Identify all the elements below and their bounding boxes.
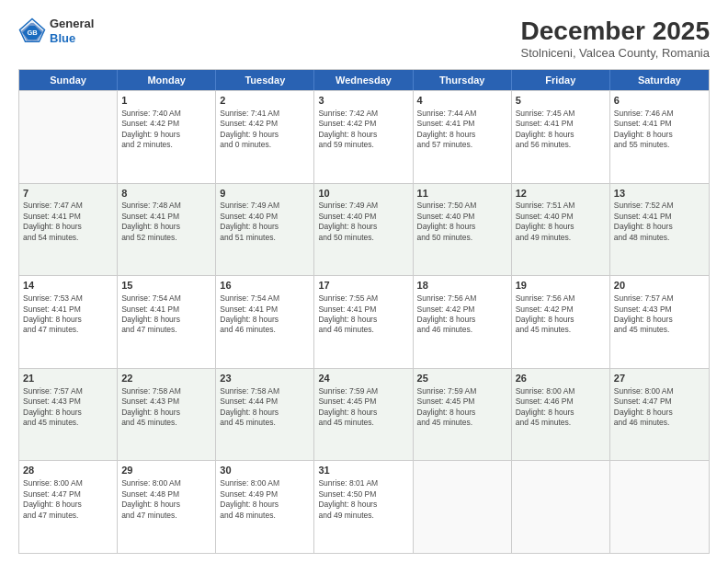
calendar-cell — [19, 91, 118, 183]
day-info: Sunrise: 7:48 AM Sunset: 4:41 PM Dayligh… — [121, 201, 211, 243]
day-number: 6 — [614, 94, 705, 108]
day-number: 27 — [614, 372, 705, 385]
calendar-cell: 30Sunrise: 8:00 AM Sunset: 4:49 PM Dayli… — [216, 461, 314, 553]
header-day-monday: Monday — [118, 70, 216, 90]
calendar-cell: 22Sunrise: 7:58 AM Sunset: 4:43 PM Dayli… — [118, 369, 216, 461]
day-number: 29 — [121, 464, 211, 477]
day-info: Sunrise: 8:00 AM Sunset: 4:47 PM Dayligh… — [614, 386, 705, 429]
day-number: 24 — [318, 372, 408, 385]
day-number: 1 — [121, 94, 211, 108]
calendar-cell: 16Sunrise: 7:54 AM Sunset: 4:41 PM Dayli… — [216, 276, 314, 368]
day-info: Sunrise: 7:54 AM Sunset: 4:41 PM Dayligh… — [220, 293, 310, 336]
day-number: 11 — [417, 187, 507, 201]
day-info: Sunrise: 7:58 AM Sunset: 4:43 PM Dayligh… — [121, 386, 211, 429]
day-info: Sunrise: 7:50 AM Sunset: 4:40 PM Dayligh… — [417, 201, 507, 243]
calendar-cell: 15Sunrise: 7:54 AM Sunset: 4:41 PM Dayli… — [118, 276, 216, 368]
calendar-cell: 26Sunrise: 8:00 AM Sunset: 4:46 PM Dayli… — [512, 369, 610, 461]
calendar-cell — [512, 461, 610, 553]
header-day-thursday: Thursday — [414, 70, 512, 90]
calendar-cell: 27Sunrise: 8:00 AM Sunset: 4:47 PM Dayli… — [610, 369, 709, 461]
svg-text:GB: GB — [27, 28, 38, 36]
header-day-saturday: Saturday — [610, 70, 709, 90]
calendar-cell: 11Sunrise: 7:50 AM Sunset: 4:40 PM Dayli… — [414, 184, 512, 276]
calendar-cell: 9Sunrise: 7:49 AM Sunset: 4:40 PM Daylig… — [216, 184, 314, 276]
day-number: 21 — [23, 372, 113, 385]
day-info: Sunrise: 8:00 AM Sunset: 4:49 PM Dayligh… — [220, 478, 310, 521]
day-info: Sunrise: 7:55 AM Sunset: 4:41 PM Dayligh… — [318, 293, 408, 336]
day-number: 15 — [121, 279, 211, 293]
calendar-cell: 12Sunrise: 7:51 AM Sunset: 4:40 PM Dayli… — [512, 184, 610, 276]
day-info: Sunrise: 7:57 AM Sunset: 4:43 PM Dayligh… — [23, 386, 113, 429]
day-info: Sunrise: 7:59 AM Sunset: 4:45 PM Dayligh… — [318, 386, 408, 429]
day-info: Sunrise: 8:01 AM Sunset: 4:50 PM Dayligh… — [318, 478, 408, 521]
day-info: Sunrise: 7:53 AM Sunset: 4:41 PM Dayligh… — [23, 293, 113, 336]
calendar-cell: 1Sunrise: 7:40 AM Sunset: 4:42 PM Daylig… — [118, 91, 216, 183]
calendar-cell: 25Sunrise: 7:59 AM Sunset: 4:45 PM Dayli… — [414, 369, 512, 461]
calendar-cell: 19Sunrise: 7:56 AM Sunset: 4:42 PM Dayli… — [512, 276, 610, 368]
day-number: 26 — [516, 372, 606, 385]
calendar-cell: 18Sunrise: 7:56 AM Sunset: 4:42 PM Dayli… — [414, 276, 512, 368]
day-info: Sunrise: 7:49 AM Sunset: 4:40 PM Dayligh… — [318, 201, 408, 243]
day-number: 18 — [417, 279, 507, 293]
day-number: 9 — [220, 187, 310, 201]
calendar-cell: 17Sunrise: 7:55 AM Sunset: 4:41 PM Dayli… — [314, 276, 413, 368]
month-title: December 2025 — [521, 17, 710, 46]
day-number: 13 — [614, 187, 705, 201]
day-number: 30 — [220, 464, 310, 477]
calendar-cell: 13Sunrise: 7:52 AM Sunset: 4:41 PM Dayli… — [610, 184, 709, 276]
calendar-cell: 29Sunrise: 8:00 AM Sunset: 4:48 PM Dayli… — [118, 461, 216, 553]
calendar-cell: 28Sunrise: 8:00 AM Sunset: 4:47 PM Dayli… — [19, 461, 118, 553]
day-number: 20 — [614, 279, 705, 293]
calendar-cell: 6Sunrise: 7:46 AM Sunset: 4:41 PM Daylig… — [610, 91, 709, 183]
calendar-cell: 14Sunrise: 7:53 AM Sunset: 4:41 PM Dayli… — [19, 276, 118, 368]
day-info: Sunrise: 7:56 AM Sunset: 4:42 PM Dayligh… — [516, 293, 606, 336]
title-block: December 2025 Stolniceni, Valcea County,… — [521, 17, 710, 60]
calendar-row-3: 21Sunrise: 7:57 AM Sunset: 4:43 PM Dayli… — [19, 368, 709, 461]
logo-blue: Blue — [50, 31, 94, 46]
day-number: 10 — [318, 187, 408, 201]
day-info: Sunrise: 7:54 AM Sunset: 4:41 PM Dayligh… — [121, 293, 211, 336]
day-info: Sunrise: 8:00 AM Sunset: 4:48 PM Dayligh… — [121, 478, 211, 521]
calendar: SundayMondayTuesdayWednesdayThursdayFrid… — [18, 69, 710, 554]
day-info: Sunrise: 7:41 AM Sunset: 4:42 PM Dayligh… — [220, 109, 310, 151]
calendar-cell: 4Sunrise: 7:44 AM Sunset: 4:41 PM Daylig… — [414, 91, 512, 183]
day-number: 23 — [220, 372, 310, 385]
calendar-cell — [414, 461, 512, 553]
day-info: Sunrise: 7:45 AM Sunset: 4:41 PM Dayligh… — [516, 109, 606, 151]
calendar-cell: 3Sunrise: 7:42 AM Sunset: 4:42 PM Daylig… — [314, 91, 413, 183]
day-info: Sunrise: 7:59 AM Sunset: 4:45 PM Dayligh… — [417, 386, 507, 429]
calendar-header: SundayMondayTuesdayWednesdayThursdayFrid… — [19, 70, 709, 90]
day-info: Sunrise: 7:40 AM Sunset: 4:42 PM Dayligh… — [121, 109, 211, 151]
calendar-row-0: 1Sunrise: 7:40 AM Sunset: 4:42 PM Daylig… — [19, 90, 709, 183]
calendar-cell: 21Sunrise: 7:57 AM Sunset: 4:43 PM Dayli… — [19, 369, 118, 461]
day-info: Sunrise: 7:57 AM Sunset: 4:43 PM Dayligh… — [614, 293, 705, 336]
header-day-wednesday: Wednesday — [314, 70, 413, 90]
day-info: Sunrise: 7:56 AM Sunset: 4:42 PM Dayligh… — [417, 293, 507, 336]
day-info: Sunrise: 7:49 AM Sunset: 4:40 PM Dayligh… — [220, 201, 310, 243]
calendar-row-1: 7Sunrise: 7:47 AM Sunset: 4:41 PM Daylig… — [19, 183, 709, 276]
day-number: 4 — [417, 94, 507, 108]
day-number: 22 — [121, 372, 211, 385]
day-info: Sunrise: 8:00 AM Sunset: 4:46 PM Dayligh… — [516, 386, 606, 429]
calendar-cell — [610, 461, 709, 553]
day-info: Sunrise: 7:46 AM Sunset: 4:41 PM Dayligh… — [614, 109, 705, 151]
calendar-cell: 7Sunrise: 7:47 AM Sunset: 4:41 PM Daylig… — [19, 184, 118, 276]
header-day-tuesday: Tuesday — [216, 70, 314, 90]
day-number: 17 — [318, 279, 408, 293]
calendar-cell: 5Sunrise: 7:45 AM Sunset: 4:41 PM Daylig… — [512, 91, 610, 183]
day-number: 3 — [318, 94, 408, 108]
calendar-cell: 23Sunrise: 7:58 AM Sunset: 4:44 PM Dayli… — [216, 369, 314, 461]
day-number: 12 — [516, 187, 606, 201]
calendar-row-4: 28Sunrise: 8:00 AM Sunset: 4:47 PM Dayli… — [19, 460, 709, 553]
day-info: Sunrise: 7:47 AM Sunset: 4:41 PM Dayligh… — [23, 201, 113, 243]
day-info: Sunrise: 7:51 AM Sunset: 4:40 PM Dayligh… — [516, 201, 606, 243]
calendar-cell: 10Sunrise: 7:49 AM Sunset: 4:40 PM Dayli… — [314, 184, 413, 276]
calendar-cell: 24Sunrise: 7:59 AM Sunset: 4:45 PM Dayli… — [314, 369, 413, 461]
location: Stolniceni, Valcea County, Romania — [521, 46, 710, 60]
header-day-friday: Friday — [512, 70, 610, 90]
day-number: 28 — [23, 464, 113, 477]
calendar-row-2: 14Sunrise: 7:53 AM Sunset: 4:41 PM Dayli… — [19, 275, 709, 368]
calendar-cell: 2Sunrise: 7:41 AM Sunset: 4:42 PM Daylig… — [216, 91, 314, 183]
logo-text: General Blue — [50, 17, 94, 45]
day-number: 19 — [516, 279, 606, 293]
